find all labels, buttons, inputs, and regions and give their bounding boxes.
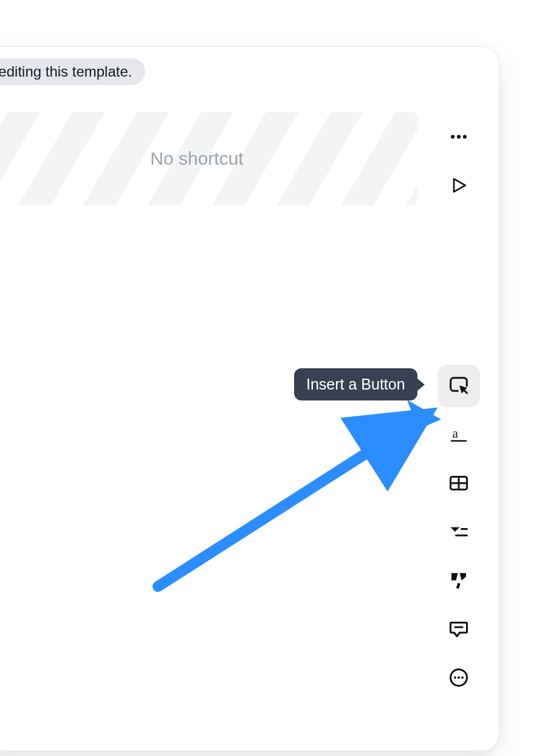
more-insert-button[interactable] <box>437 656 480 699</box>
shortcut-placeholder: No shortcut <box>150 148 243 169</box>
text-style-icon: a <box>448 424 470 445</box>
comment-icon <box>448 618 470 640</box>
svg-rect-10 <box>456 583 461 589</box>
more-circle-icon <box>448 667 470 689</box>
tooltip: Insert a Button <box>294 368 417 400</box>
svg-point-13 <box>454 676 456 679</box>
svg-point-1 <box>457 135 461 139</box>
insert-table-button[interactable] <box>437 462 480 504</box>
button-click-icon <box>447 374 471 398</box>
svg-text:a: a <box>453 426 459 441</box>
comment-button[interactable] <box>437 608 480 650</box>
insert-select-button[interactable] <box>437 510 480 553</box>
format-icon <box>448 569 470 591</box>
more-options-button[interactable] <box>437 115 480 158</box>
tooltip-text: Insert a Button <box>306 376 405 393</box>
table-icon <box>448 472 470 494</box>
select-icon <box>448 521 470 543</box>
text-style-button[interactable]: a <box>437 413 480 456</box>
svg-point-0 <box>451 135 454 139</box>
run-button[interactable] <box>437 164 480 207</box>
format-button[interactable] <box>437 559 480 602</box>
svg-point-14 <box>458 676 460 679</box>
shortcut-slot[interactable]: No shortcut <box>0 112 418 205</box>
svg-point-2 <box>463 135 467 139</box>
status-pill-text: ow editing this template. <box>0 63 132 80</box>
more-horizontal-icon <box>448 126 469 147</box>
insert-button-button[interactable] <box>437 365 480 407</box>
template-editing-status-pill: ow editing this template. <box>0 58 145 85</box>
svg-point-15 <box>461 676 464 679</box>
play-icon <box>449 176 468 195</box>
